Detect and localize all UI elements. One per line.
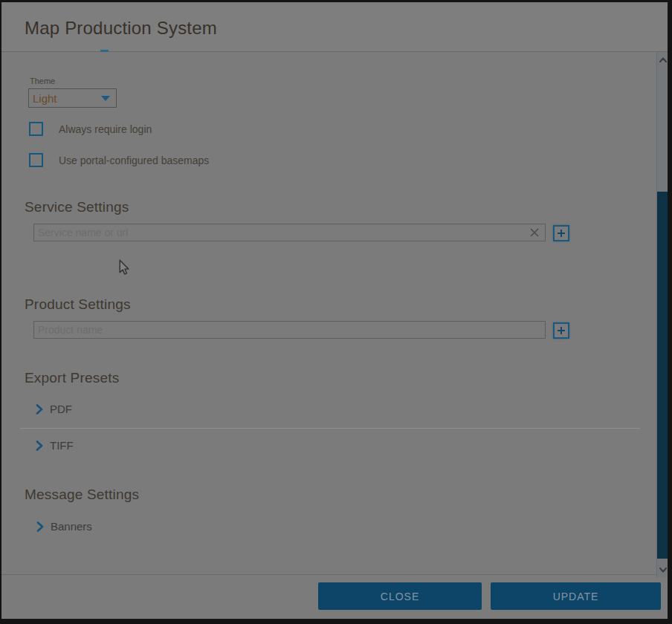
clear-icon[interactable] xyxy=(529,227,540,238)
export-preset-pdf[interactable]: PDF xyxy=(36,403,72,415)
message-item-label: Banners xyxy=(51,520,92,533)
app-window: Map Production System Theme Light Always… xyxy=(0,0,672,624)
chevron-right-icon xyxy=(36,441,43,451)
vertical-scrollbar[interactable] xyxy=(656,52,668,577)
message-settings-heading: Message Settings xyxy=(25,487,139,503)
scrollbar-thumb[interactable] xyxy=(657,192,668,559)
chevron-down-icon xyxy=(101,96,110,101)
product-name-input[interactable] xyxy=(33,321,546,339)
checkbox-label: Always require login xyxy=(59,123,152,135)
service-settings-heading: Service Settings xyxy=(25,199,129,215)
export-presets-heading: Export Presets xyxy=(25,370,119,386)
service-name-input[interactable] xyxy=(33,224,546,241)
dialog-title: Map Production System xyxy=(25,18,217,39)
add-product-button[interactable] xyxy=(553,322,569,339)
checkbox-always-require-login[interactable] xyxy=(29,122,43,136)
chevron-right-icon xyxy=(36,404,43,415)
settings-dialog: Map Production System Theme Light Always… xyxy=(1,2,668,619)
export-preset-label: PDF xyxy=(50,403,72,415)
theme-label: Theme xyxy=(30,77,55,85)
update-button[interactable]: UPDATE xyxy=(491,582,661,610)
plus-icon xyxy=(557,326,566,335)
scroll-down-button[interactable] xyxy=(657,562,668,577)
export-preset-label: TIFF xyxy=(50,439,74,452)
clipped-scrolled-element-edge xyxy=(100,50,109,52)
checkbox-row-portal-basemaps[interactable]: Use portal-configured basemaps xyxy=(29,153,209,167)
preset-divider xyxy=(20,428,640,429)
mouse-cursor xyxy=(118,259,130,276)
checkbox-label: Use portal-configured basemaps xyxy=(59,155,209,166)
add-service-button[interactable] xyxy=(553,225,569,241)
chevron-right-icon xyxy=(36,521,44,532)
close-button[interactable]: CLOSE xyxy=(318,582,482,610)
chevron-down-icon xyxy=(659,568,667,573)
export-preset-tiff[interactable]: TIFF xyxy=(36,439,74,452)
product-settings-heading: Product Settings xyxy=(25,296,131,313)
checkbox-row-always-require-login[interactable]: Always require login xyxy=(29,122,152,136)
theme-select-value: Light xyxy=(33,92,101,105)
footer-divider xyxy=(1,574,668,575)
plus-icon xyxy=(557,229,566,238)
chevron-up-icon xyxy=(659,57,667,62)
scroll-up-button[interactable] xyxy=(657,52,668,67)
theme-select[interactable]: Light xyxy=(28,88,117,108)
message-banners[interactable]: Banners xyxy=(36,520,92,533)
checkbox-portal-basemaps[interactable] xyxy=(29,153,43,167)
